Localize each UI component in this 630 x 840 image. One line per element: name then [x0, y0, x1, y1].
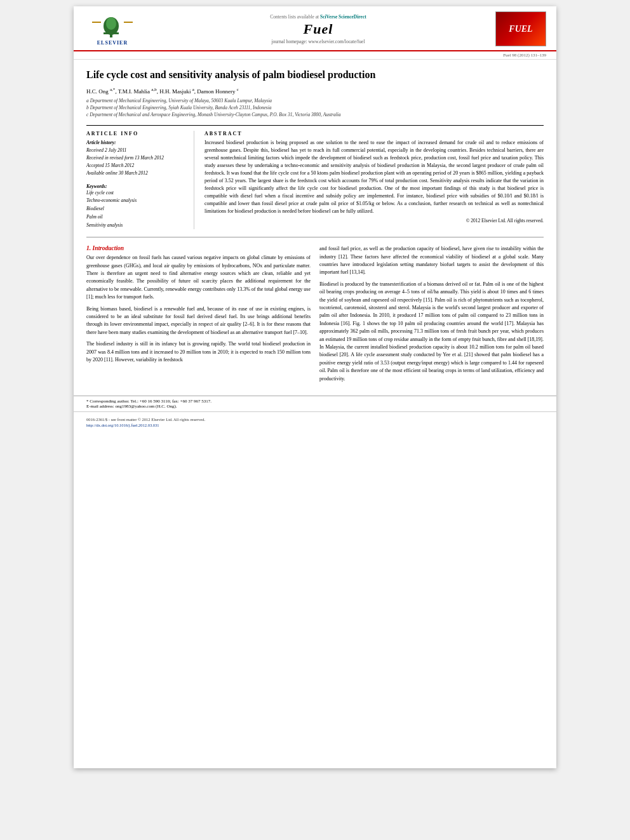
journal-center-header: Contents lists available at SciVerse Sci… — [141, 14, 495, 44]
keywords-label: Keywords: — [86, 183, 107, 189]
elsevier-logo: ELSEVIER — [84, 12, 141, 46]
article-body: Life cycle cost and sensitivity analysis… — [74, 60, 556, 396]
svg-rect-6 — [124, 22, 133, 23]
abstract-label: ABSTRACT — [204, 131, 544, 137]
keywords-list: Life cycle cost Techno-economic analysis… — [86, 189, 187, 230]
issn-line: 0016-2361/$ - see front matter © 2012 El… — [86, 417, 544, 422]
abstract-copyright: © 2012 Elsevier Ltd. All rights reserved… — [204, 218, 544, 223]
keyword-4: Palm oil — [86, 213, 187, 222]
intro-title: 1. Introduction — [86, 245, 311, 251]
keyword-5: Sensitivity analysis — [86, 222, 187, 230]
keyword-1: Life cycle cost — [86, 189, 187, 197]
fuel-logo: FUEL — [495, 11, 546, 46]
affiliation-c: c Department of Mechanical and Aerospace… — [86, 111, 544, 118]
info-abstract-section: ARTICLE INFO Article history: Received 2… — [86, 125, 544, 230]
intro-para-2: Being biomass based, biodiesel is a rene… — [86, 305, 311, 337]
article-info-label: ARTICLE INFO — [86, 131, 187, 137]
body-right-col: and fossil fuel price, as well as the pr… — [319, 245, 544, 387]
journal-name: Fuel — [141, 21, 495, 37]
svg-rect-5 — [92, 22, 101, 23]
article-history: Article history: Received 2 July 2011 Re… — [86, 139, 187, 177]
email-note: E-mail address: ong1983@yahoo.com (H.C. … — [86, 404, 544, 409]
section-divider — [86, 237, 544, 237]
page-footer: 0016-2361/$ - see front matter © 2012 El… — [74, 411, 556, 431]
article-page: ELSEVIER Contents lists available at Sci… — [74, 6, 556, 768]
journal-header: ELSEVIER Contents lists available at Sci… — [74, 6, 556, 51]
abstract-text: Increased biodiesel production is being … — [204, 139, 544, 215]
authors-line: H.C. Ong a,*, T.M.I. Mahlia a,b, H.H. Ma… — [86, 87, 544, 95]
right-para-2: Biodiesel is produced by the transesteri… — [319, 281, 544, 383]
footnote-section: * Corresponding author. Tel.: +60 16 590… — [74, 396, 556, 411]
body-left-col: 1. Introduction Our over dependence on f… — [86, 245, 311, 387]
affiliation-b: b Department of Mechanical Engineering, … — [86, 104, 544, 111]
affiliation-a: a Department of Mechanical Engineering, … — [86, 97, 544, 104]
sciverse-line: Contents lists available at SciVerse Sci… — [141, 14, 495, 20]
sciverse-link[interactable]: SciVerse ScienceDirect — [320, 14, 366, 20]
svg-point-3 — [106, 17, 116, 30]
elsevier-label: ELSEVIER — [97, 40, 128, 46]
right-para-1: and fossil fuel price, as well as the pr… — [319, 245, 544, 277]
journal-homepage: journal homepage: www.elsevier.com/locat… — [141, 39, 495, 44]
history-label: Article history: — [86, 139, 187, 147]
keyword-3: Biodiesel — [86, 205, 187, 213]
corresponding-note: * Corresponding author. Tel.: +60 16 590… — [86, 399, 544, 404]
keywords-section: Keywords: Life cycle cost Techno-economi… — [86, 182, 187, 230]
abstract-col: ABSTRACT Increased biodiesel production … — [204, 131, 544, 230]
available-date: Available online 30 March 2012 — [86, 170, 187, 177]
article-info-col: ARTICLE INFO Article history: Received 2… — [86, 131, 194, 230]
accepted-date: Accepted 15 March 2012 — [86, 162, 187, 170]
doi-line: http://dx.doi.org/10.1016/j.fuel.2012.03… — [86, 423, 544, 427]
affiliations: a Department of Mechanical Engineering, … — [86, 97, 544, 119]
svg-rect-4 — [104, 32, 119, 34]
article-title: Life cycle cost and sensitivity analysis… — [86, 69, 544, 82]
keyword-2: Techno-economic analysis — [86, 197, 187, 205]
elsevier-tree-icon — [87, 12, 138, 39]
body-two-col: 1. Introduction Our over dependence on f… — [86, 245, 544, 387]
intro-para-3: The biodiesel industry is still in its i… — [86, 340, 311, 364]
received-date: Received 2 July 2011 — [86, 147, 187, 154]
revised-date: Received in revised form 13 March 2012 — [86, 154, 187, 162]
journal-info-line: Fuel 98 (2012) 131–139 — [74, 51, 556, 60]
intro-para-1: Our over dependence on fossil fuels has … — [86, 254, 311, 301]
